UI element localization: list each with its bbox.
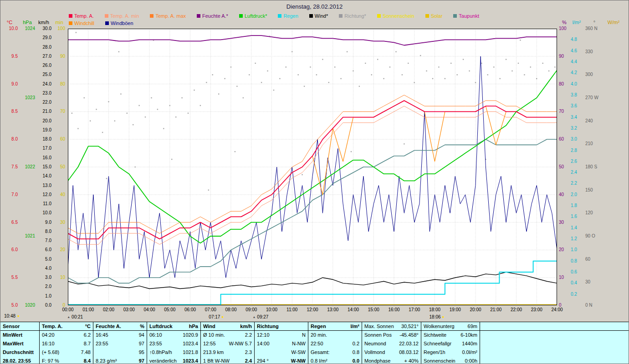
series-richtung-point	[145, 116, 146, 117]
series-richtung-point	[208, 190, 209, 191]
axis-tick-label: 9.5	[1, 54, 18, 59]
axis-tick-label: 5.5	[1, 275, 18, 280]
info-cell-regen-1h: Regen/1h0.0l/m²	[421, 348, 480, 356]
chart-plot[interactable]	[68, 29, 557, 305]
series-richtung-point	[511, 71, 512, 71]
sun-dot-icon: ●	[17, 314, 20, 318]
series-richtung-point	[218, 93, 219, 94]
series-richtung-point	[310, 66, 311, 67]
info-cell-max-sonnen: Max. Sonnen30,521°	[362, 322, 421, 331]
series-richtung-point	[200, 105, 201, 106]
table-row-header: MaxWert	[0, 339, 39, 348]
axis-tick-label: 0.6	[571, 269, 583, 275]
x-axis-tick-label: 17:00	[407, 307, 422, 312]
legend-item-temp-a: Temp. A.	[69, 13, 94, 19]
axis-tick-label: 80	[53, 81, 65, 87]
legend-label: Solar	[431, 13, 443, 19]
axis-tick-label: 30	[559, 220, 570, 225]
axis-unit-l-m: l/m²	[571, 20, 583, 25]
axis-tick-label: 13.0	[36, 183, 51, 188]
axis-tick-label: 2.0	[571, 192, 583, 197]
table-header-regen: Regenl/m²	[308, 322, 362, 331]
axis-tick-label: 150	[585, 187, 603, 193]
table-cell-luftdruck: veränderlich1023.4	[147, 356, 200, 364]
legend-swatch-icon	[309, 14, 313, 18]
info-cell-sichtweite: Sichtweite6-10km	[421, 331, 480, 339]
axis-unit-: °	[585, 20, 603, 25]
axis-tick-label: 1021	[20, 233, 35, 239]
series-richtung-point	[206, 82, 207, 83]
x-axis-tick-label: 10:00	[264, 307, 280, 312]
legend-item-solar: Solar	[425, 13, 443, 19]
x-axis-tick-label: 19:00	[447, 307, 463, 312]
table-cell-temp-a: (+ 5.68)7.48	[39, 348, 93, 356]
x-axis-tick-label: 21:00	[488, 307, 504, 312]
axis-tick-label: 10.0	[1, 26, 18, 31]
axis-tick-label: 2.8	[571, 148, 583, 153]
table-cell-wind: 213.9 km2.3	[200, 348, 254, 356]
axis-tick-label: 5.0	[36, 257, 51, 262]
moon-time: 10:48	[4, 313, 15, 318]
axis-tick-label: 24.0	[36, 81, 51, 87]
x-axis-tick-label: 11:00	[284, 307, 300, 312]
axis-tick-label: 240	[585, 118, 603, 124]
axis-tick-label: 210	[585, 141, 603, 147]
axis-tick-label: 60	[53, 136, 65, 142]
series-richtung-point	[530, 66, 531, 67]
legend-label: Temp. A.	[74, 13, 94, 19]
series-richtung-point	[120, 93, 121, 94]
axis-tick-label: 4.0	[571, 81, 583, 87]
series-richtung-point	[536, 78, 537, 79]
axis-tick-label: 23.0	[36, 91, 51, 96]
legend-swatch-icon	[69, 21, 72, 25]
series-richtung-point	[291, 51, 292, 52]
axis-tick-label: 9.0	[36, 220, 51, 225]
event-marker-18-06: 18:06●	[430, 314, 445, 319]
axis-tick-label: 6.0	[36, 247, 51, 253]
series-richtung-point	[457, 74, 458, 75]
axis-tick-label: 10	[53, 275, 65, 280]
info-cell-sonnen-pos: Sonnen Pos-45.458°	[362, 331, 421, 339]
info-cell-sonnenschein: Sonnenschein0:00h	[421, 356, 480, 364]
series-richtung-point	[359, 86, 360, 87]
series-richtung-point	[414, 82, 415, 83]
axis-tick-label: 70	[559, 109, 570, 114]
table-cell-richtung: 12:10N	[254, 331, 308, 339]
x-axis-tick-label: 00:00	[60, 307, 76, 312]
legend-swatch-icon	[150, 14, 153, 18]
axis-tick-label: 4.8	[571, 37, 583, 42]
legend-row-2: WindchillWindböen	[69, 20, 133, 26]
axis-tick-label: 10.0	[36, 210, 51, 216]
series-richtung-point	[395, 51, 396, 52]
axis-tick-label: 0.0	[36, 303, 51, 308]
table-row-header: MinWert	[0, 331, 39, 339]
axis-tick-label: 90	[53, 54, 65, 59]
table-cell-temp-a: F: 97 %8.4	[39, 356, 93, 364]
series-richtung-point	[118, 51, 119, 52]
series-richtung-point	[133, 124, 133, 125]
legend-label: Temp. A. max	[155, 13, 186, 19]
series-richtung-point	[108, 101, 109, 102]
axis-tick-label: 2.0	[36, 284, 51, 289]
legend-swatch-icon	[278, 14, 281, 18]
arrow-up-icon: ▲	[252, 315, 256, 318]
series-richtung-point	[334, 66, 335, 67]
axis-tick-label: 1.2	[571, 236, 583, 242]
table-filler	[480, 339, 629, 348]
series-richtung-point	[243, 97, 244, 98]
sun-dot-icon: ●	[442, 315, 445, 319]
series-richtung-point	[353, 71, 353, 71]
series-richtung-point	[261, 82, 262, 83]
info-cell-neumond: Neumond22.03.12	[362, 339, 421, 348]
table-cell-feuchte-a: 16:4594	[93, 331, 147, 339]
series-richtung-point	[175, 116, 176, 117]
table-cell-richtung: 294 °W-NW	[254, 356, 308, 364]
series-richtung-point	[106, 178, 107, 179]
series-richtung-point	[188, 113, 189, 114]
series-richtung-point	[236, 86, 237, 87]
series-richtung-point	[230, 66, 231, 67]
axis-tick-label: 3.6	[571, 103, 583, 109]
table-header-luftdruck: LuftdruckhPa	[147, 322, 200, 331]
info-cell-wolkenunterg: Wolkenunterg69m	[421, 322, 480, 331]
axis-tick-label: 300	[585, 72, 603, 77]
